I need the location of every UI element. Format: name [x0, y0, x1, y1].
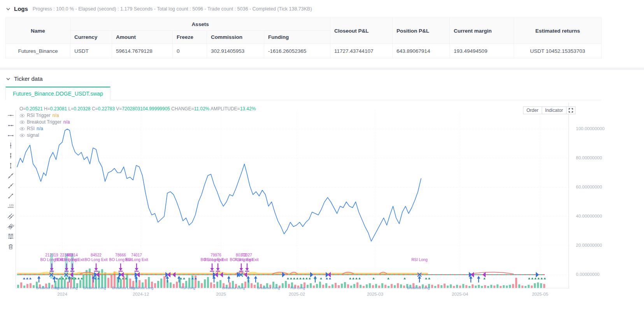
price-line-icon[interactable]: 123: [7, 203, 14, 209]
col-header-commission: Commission: [207, 31, 264, 44]
legend-value: 11.02%: [194, 106, 210, 112]
svg-text:212319: 212319: [45, 253, 58, 257]
svg-text:BO Long Exit: BO Long Exit: [125, 258, 148, 262]
indicator-value: n/a: [37, 125, 43, 132]
svg-text:RSI Long: RSI Long: [411, 258, 428, 262]
svg-text:Breakout Long: Breakout Long: [55, 286, 78, 290]
cell-funding: -1616.26052365: [264, 44, 330, 58]
chart-area: 123 O=0.20521 H=0.23081 L=0.20328 C=0.22…: [5, 103, 644, 312]
trash-icon[interactable]: [7, 243, 14, 250]
order-button[interactable]: Order: [523, 106, 542, 114]
assets-table-wrap: Name Assets Closeout P&L Position P&L Cu…: [5, 17, 639, 58]
svg-text:RSI Long Exit: RSI Long Exit: [60, 258, 84, 262]
ticker-tabbar: Futures_Binance.DOGE_USDT.swap: [5, 87, 601, 100]
cell-commission: 302.91405953: [207, 44, 264, 58]
legend-key: L=: [68, 106, 74, 112]
y-axis-label: 80.00000000: [576, 155, 602, 160]
svg-text:Breakout Long: Breakout Long: [257, 286, 280, 290]
svg-text:RSI Long: RSI Long: [181, 286, 195, 290]
y-axis-label: 60.00000000: [576, 185, 602, 189]
legend-value: 0.20521: [26, 106, 44, 112]
legend-key: O=: [19, 106, 26, 112]
logs-section-header: Logs Progress : 100.0 % - Elapsed (secon…: [0, 0, 644, 16]
assets-table: Name Assets Closeout P&L Position P&L Cu…: [5, 17, 602, 58]
col-header-estimated-returns: Estimated returns: [514, 18, 602, 44]
col-header-name: Name: [6, 18, 70, 44]
legend-key: C=: [92, 106, 98, 112]
y-axis-label: 0.00000000: [576, 272, 600, 277]
col-header-currency: Currency: [70, 31, 112, 44]
horizontal-line-icon[interactable]: [7, 112, 14, 119]
indicator-value: n/a: [53, 112, 59, 119]
col-header-current-margin: Current margin: [450, 18, 514, 44]
indicator-value: n/a: [63, 119, 70, 125]
chart-drawing-toolbar: 123: [5, 112, 16, 250]
eye-icon[interactable]: [19, 127, 25, 131]
parallel-line-icon[interactable]: [7, 213, 14, 220]
svg-text:2024: 2024: [57, 292, 67, 296]
svg-text:RSI Long Exit: RSI Long Exit: [235, 258, 258, 262]
vertical-line-icon[interactable]: [7, 142, 14, 149]
col-header-funding: Funding: [264, 31, 330, 44]
chart-legend: O=0.20521 H=0.23081 L=0.20328 C=0.22783 …: [19, 106, 256, 139]
ticker-title: Ticker data: [14, 75, 43, 82]
trend-line-icon[interactable]: [7, 173, 14, 179]
table-row: Futures_Binance USDT 59614.7679128 0 302…: [6, 44, 602, 58]
indicator-name: RSI: [27, 125, 35, 132]
svg-text:80314: 80314: [67, 253, 78, 257]
chart-controls: Order Indicator: [523, 106, 576, 114]
svg-text:RSI Long: RSI Long: [290, 286, 305, 290]
eye-icon[interactable]: [19, 113, 25, 118]
fullscreen-button[interactable]: [567, 106, 576, 114]
y-axis-label: 20.00000000: [576, 243, 602, 248]
indicator-button[interactable]: Indicator: [542, 106, 567, 114]
horizontal-ray-icon[interactable]: [7, 122, 14, 129]
logs-progress-meta: Progress : 100.0 % - Elapsed (second) : …: [33, 6, 312, 12]
cell-name: Futures_Binance: [6, 44, 70, 58]
svg-text:BO Long Exit: BO Long Exit: [85, 258, 108, 262]
segment-line-icon[interactable]: [7, 193, 14, 199]
legend-value: 0.20328: [74, 106, 92, 112]
tab-futures-binance-doge-usdt-swap[interactable]: Futures_Binance.DOGE_USDT.swap: [5, 87, 111, 100]
eye-icon[interactable]: [19, 120, 25, 124]
cell-current-margin: 193.49494509: [450, 44, 514, 58]
svg-text:74017: 74017: [131, 253, 142, 257]
col-header-freeze: Freeze: [173, 31, 207, 44]
svg-text:2025-02: 2025-02: [289, 292, 305, 296]
svg-text:84522: 84522: [91, 253, 102, 257]
cell-amount: 59614.7679128: [112, 44, 173, 58]
svg-text:2024-12: 2024-12: [133, 292, 149, 296]
svg-text:72027: 72027: [241, 253, 252, 257]
vertical-ray-icon[interactable]: [7, 152, 14, 159]
legend-value: 0.23081: [50, 106, 68, 112]
svg-text:2025: 2025: [216, 292, 226, 296]
chevron-down-icon[interactable]: [5, 6, 11, 12]
indicator-row-breakout-trigger: Breakout Trigger n/a: [19, 119, 256, 125]
legend-value: 0.22783: [98, 106, 116, 112]
chevron-down-icon[interactable]: [5, 76, 11, 82]
svg-text:123: 123: [9, 204, 14, 207]
indicator-name: Breakout Trigger: [27, 119, 61, 125]
y-axis-label: 40.00000000: [576, 214, 602, 218]
svg-text:Breakout Long: Breakout Long: [222, 286, 245, 290]
ohlc-legend-row: O=0.20521 H=0.23081 L=0.20328 C=0.22783 …: [19, 106, 256, 112]
ray-line-icon[interactable]: [7, 183, 14, 189]
svg-text:Breakout Long: Breakout Long: [407, 286, 430, 290]
col-header-position-pl: Position P&L: [393, 18, 450, 44]
legend-key: AMPLITUDE=: [211, 106, 240, 112]
vertical-segment-icon[interactable]: [7, 162, 14, 169]
legend-key: V=: [116, 106, 122, 112]
price-channel-icon[interactable]: [7, 223, 14, 230]
indicator-row-signal: signal: [19, 132, 256, 139]
svg-text:78666: 78666: [115, 253, 126, 257]
col-header-closeout-pl: Closeout P&L: [330, 18, 393, 44]
cell-position-pl: 643.89067914: [393, 44, 450, 58]
cell-currency: USDT: [70, 44, 112, 58]
fibonacci-line-icon[interactable]: [7, 233, 14, 240]
eye-icon[interactable]: [19, 133, 25, 138]
cell-freeze: 0: [173, 44, 207, 58]
horizontal-segment-icon[interactable]: [7, 132, 14, 139]
indicator-row-rsi-trigger: RSI Trigger n/a: [19, 112, 256, 119]
svg-text:79976: 79976: [211, 253, 221, 257]
svg-text:Breakout Long: Breakout Long: [83, 286, 106, 290]
